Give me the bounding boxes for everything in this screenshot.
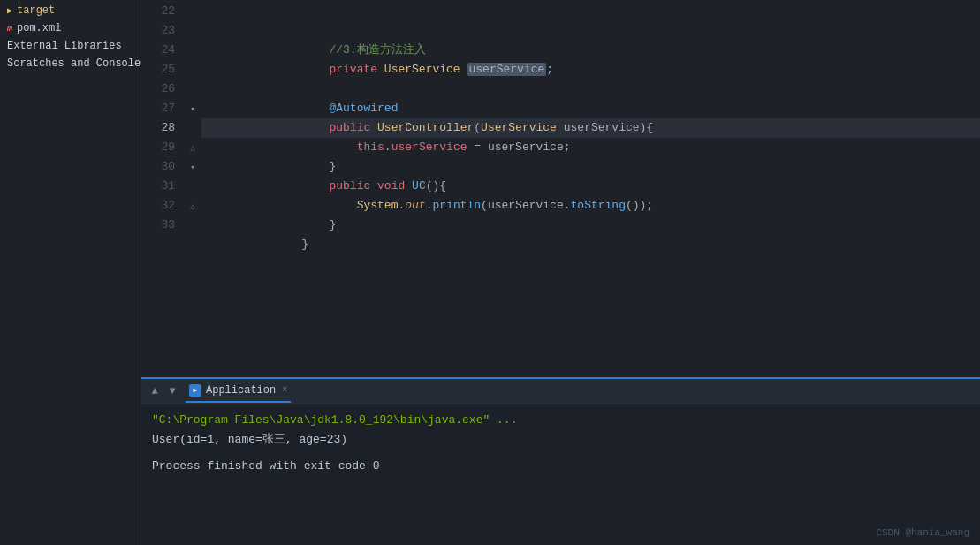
line-num-31: 31 [141, 177, 175, 196]
console-tab-label: Application [206, 384, 276, 397]
console-line-4: Process finished with exit code 0 [152, 457, 969, 476]
console-line-1: "C:\Program Files\Java\jdk1.8.0_192\bin\… [152, 411, 969, 430]
sidebar-item-target[interactable]: ▶ target [0, 2, 141, 19]
gutter-29[interactable]: △ [184, 138, 201, 157]
line-num-25: 25 [141, 60, 175, 79]
line-num-27: 27 [141, 99, 175, 118]
line-num-32: 32 [141, 196, 175, 216]
gutter-32[interactable]: △ [184, 196, 201, 216]
line-num-26: 26 [141, 79, 175, 99]
gutter-25 [184, 60, 201, 79]
line-num-22: 22 [141, 2, 175, 21]
gutter-23 [184, 21, 201, 41]
sidebar-label-external: External Libraries [7, 40, 122, 52]
sidebar-item-external[interactable]: External Libraries [0, 37, 141, 55]
maven-icon: m [7, 24, 12, 34]
sidebar-item-pom[interactable]: m pom.xml [0, 19, 141, 37]
line-num-24: 24 [141, 41, 175, 60]
gutter-28 [184, 118, 201, 138]
code-line-22 [201, 2, 980, 21]
gutter-33 [184, 216, 201, 235]
run-sidebar: ▲ ▼ [148, 385, 179, 397]
folder-icon: ▶ [7, 5, 12, 16]
sidebar-item-scratches[interactable]: Scratches and Consoles [0, 55, 141, 72]
console-header: ▲ ▼ ▶ Application × [141, 379, 980, 404]
run-down-button[interactable]: ▼ [166, 385, 179, 397]
console-body: "C:\Program Files\Java\jdk1.8.0_192\bin\… [141, 404, 980, 545]
sidebar-label-scratches: Scratches and Consoles [7, 57, 147, 70]
console-close-button[interactable]: × [282, 385, 287, 395]
editor-gutter: ▾ △ ▾ △ [184, 0, 201, 377]
line-num-30: 30 [141, 157, 175, 177]
main-area: 22 23 24 25 26 27 28 29 30 31 32 33 ▾ [141, 0, 980, 545]
code-editor: 22 23 24 25 26 27 28 29 30 31 32 33 ▾ [141, 0, 980, 377]
watermark: CSDN @hania_wang [876, 527, 969, 538]
line-numbers: 22 23 24 25 26 27 28 29 30 31 32 33 [141, 0, 184, 377]
gutter-26 [184, 79, 201, 99]
code-content[interactable]: //3.构造方法注入 private UserService userServi… [201, 0, 980, 377]
console-line-2: User(id=1, name=张三, age=23) [152, 430, 969, 450]
console-tab-application[interactable]: ▶ Application × [186, 379, 291, 403]
project-sidebar: ▶ target m pom.xml External Libraries Sc… [0, 0, 141, 545]
line-num-29: 29 [141, 138, 175, 157]
run-up-button[interactable]: ▲ [148, 385, 161, 397]
code-line-26: @Autowired [201, 79, 980, 99]
gutter-24 [184, 41, 201, 60]
gutter-27[interactable]: ▾ [184, 99, 201, 118]
console-panel: ▲ ▼ ▶ Application × "C:\Program Files\Ja… [141, 377, 980, 545]
gutter-31 [184, 177, 201, 196]
console-tab-icon: ▶ [189, 384, 201, 397]
gutter-22 [184, 2, 201, 21]
sidebar-label-pom: pom.xml [17, 22, 61, 34]
code-line-23: //3.构造方法注入 [201, 21, 980, 41]
gutter-30[interactable]: ▾ [184, 157, 201, 177]
line-num-23: 23 [141, 21, 175, 41]
line-num-28: 28 [141, 118, 175, 138]
line-num-33: 33 [141, 216, 175, 235]
sidebar-label-target: target [17, 4, 55, 17]
